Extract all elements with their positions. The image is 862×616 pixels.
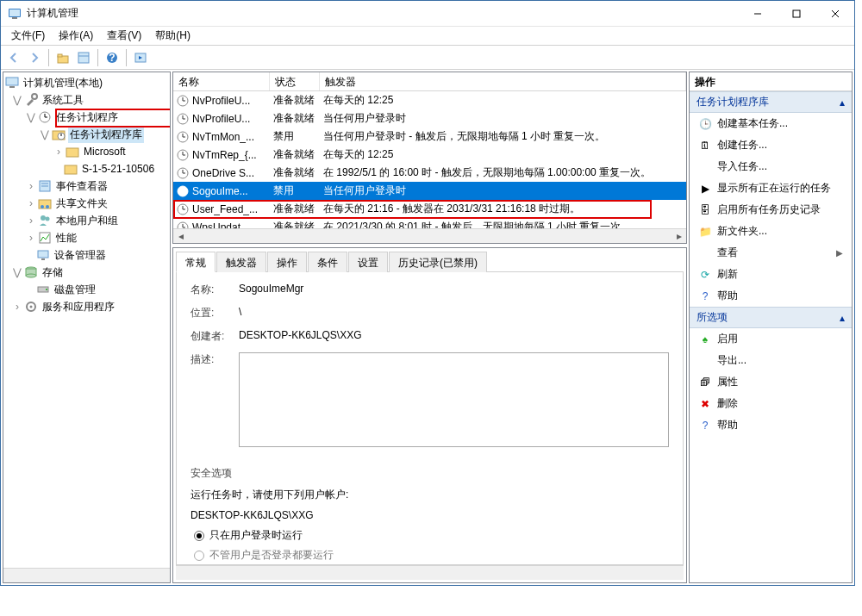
tree-h-scrollbar[interactable] bbox=[3, 568, 170, 582]
expander-closed-icon[interactable]: › bbox=[12, 302, 22, 312]
delete-icon: ✖ bbox=[698, 397, 712, 411]
maximize-button[interactable] bbox=[777, 1, 815, 27]
tree-performance[interactable]: › 性能 bbox=[3, 229, 170, 246]
menu-view[interactable]: 查看(V) bbox=[100, 27, 148, 45]
actions-group-tasklib[interactable]: 任务计划程序库 ▴ bbox=[690, 91, 852, 113]
action-show-running[interactable]: ▶显示所有正在运行的任务 bbox=[690, 177, 852, 199]
tree-shared-folders[interactable]: › 共享文件夹 bbox=[3, 195, 170, 212]
menu-file[interactable]: 文件(F) bbox=[4, 27, 52, 45]
up-button[interactable] bbox=[53, 48, 72, 67]
back-button[interactable] bbox=[4, 48, 23, 67]
run-toolbar-button[interactable] bbox=[131, 48, 150, 67]
tree-local-users[interactable]: › 本地用户和组 bbox=[3, 212, 170, 229]
radio-logged-on[interactable]: 只在用户登录时运行 bbox=[194, 528, 669, 543]
expander-open-icon[interactable]: ⋁ bbox=[26, 112, 36, 122]
tree-label: 存储 bbox=[41, 264, 65, 281]
svg-rect-35 bbox=[38, 251, 48, 258]
menu-help[interactable]: 帮助(H) bbox=[148, 27, 197, 45]
cell-name: NvTmRep_{... bbox=[192, 149, 257, 161]
action-label: 新文件夹... bbox=[717, 224, 767, 239]
close-button[interactable] bbox=[815, 1, 854, 27]
col-header-state[interactable]: 状态 bbox=[270, 72, 320, 90]
action-properties[interactable]: 🗊属性 bbox=[690, 371, 852, 393]
expander-closed-icon[interactable]: › bbox=[26, 198, 36, 208]
tree-system-tools[interactable]: ⋁ 系统工具 bbox=[3, 91, 170, 109]
tab-history[interactable]: 历史记录(已禁用) bbox=[389, 252, 487, 272]
action-new-folder[interactable]: 📁新文件夹... bbox=[690, 221, 852, 242]
creator-value: DESKTOP-KK6JLQS\XXG bbox=[239, 329, 362, 341]
tab-actions[interactable]: 操作 bbox=[267, 252, 307, 272]
tab-conditions[interactable]: 条件 bbox=[308, 252, 347, 272]
col-header-name[interactable]: 名称 bbox=[173, 72, 270, 90]
tree-services-apps[interactable]: › 服务和应用程序 bbox=[3, 298, 170, 315]
actions-group-selected[interactable]: 所选项 ▴ bbox=[690, 307, 852, 328]
table-row[interactable]: User_Feed_...准备就绪在每天的 21:16 - 触发器在 2031/… bbox=[173, 200, 686, 218]
cell-state: 准备就绪 bbox=[270, 93, 320, 108]
tree-storage[interactable]: ⋁ 存储 bbox=[3, 264, 170, 281]
svg-point-43 bbox=[30, 306, 33, 308]
tree-event-viewer[interactable]: › 事件查看器 bbox=[3, 177, 170, 195]
col-header-trigger[interactable]: 触发器 bbox=[320, 72, 686, 90]
tab-settings[interactable]: 设置 bbox=[348, 252, 388, 272]
action-enable[interactable]: ♠启用 bbox=[690, 328, 852, 350]
collapse-icon[interactable]: ▴ bbox=[840, 312, 845, 324]
cell-name: OneDrive S... bbox=[192, 167, 254, 179]
expander-open-icon[interactable]: ⋁ bbox=[40, 129, 50, 140]
expander-open-icon[interactable]: ⋁ bbox=[12, 95, 22, 105]
description-box[interactable] bbox=[239, 352, 669, 447]
collapse-icon[interactable]: ▴ bbox=[840, 96, 845, 109]
action-export[interactable]: 导出... bbox=[690, 350, 852, 371]
tab-general[interactable]: 常规 bbox=[176, 252, 216, 272]
tree-device-manager[interactable]: 设备管理器 bbox=[3, 246, 170, 264]
radio-logged-off[interactable]: 不管用户是否登录都要运行 bbox=[194, 548, 669, 563]
minimize-button[interactable] bbox=[738, 1, 777, 27]
forward-button[interactable] bbox=[25, 48, 44, 67]
expander-closed-icon[interactable]: › bbox=[53, 146, 64, 157]
table-row[interactable]: NvTmMon_...禁用当任何用户登录时 - 触发后，无限期地每隔 1 小时 … bbox=[173, 128, 686, 146]
details-h-scrollbar[interactable] bbox=[176, 565, 684, 580]
table-row[interactable]: OneDrive S...准备就绪在 1992/5/1 的 16:00 时 - … bbox=[173, 164, 686, 182]
action-delete[interactable]: ✖删除 bbox=[690, 393, 852, 414]
tools-icon bbox=[24, 93, 38, 107]
tree-root[interactable]: 计算机管理(本地) bbox=[3, 74, 170, 91]
table-row[interactable]: SogouIme...禁用当任何用户登录时 bbox=[173, 182, 686, 200]
tab-body: 名称: SogouImeMgr 位置: \ 创建者: DESKTOP-KK6JL… bbox=[176, 271, 684, 565]
tab-triggers[interactable]: 触发器 bbox=[216, 252, 266, 272]
action-enable-history[interactable]: 🗄启用所有任务历史记录 bbox=[690, 199, 852, 221]
action-create-task[interactable]: 🗓创建任务... bbox=[690, 134, 852, 156]
help-toolbar-button[interactable]: ? bbox=[103, 48, 122, 67]
tree-label: 服务和应用程序 bbox=[41, 299, 116, 315]
tree-label: S-1-5-21-10506 bbox=[80, 162, 156, 176]
properties-toolbar-button[interactable] bbox=[74, 48, 93, 67]
tree-sid-folder[interactable]: S-1-5-21-10506 bbox=[3, 160, 170, 177]
scroll-right-button[interactable]: ▸ bbox=[671, 229, 686, 243]
action-label: 显示所有正在运行的任务 bbox=[717, 181, 831, 196]
action-help-2[interactable]: ?帮助 bbox=[690, 414, 852, 436]
table-row[interactable]: NvTmRep_{...准备就绪在每天的 12:25 bbox=[173, 146, 686, 164]
menu-action[interactable]: 操作(A) bbox=[52, 27, 100, 45]
table-row[interactable]: WpsUpdat...准备就绪在 2021/3/30 的 8:01 时 - 触发… bbox=[173, 218, 686, 228]
table-row[interactable]: NvProfileU...准备就绪在每天的 12:25 bbox=[173, 91, 686, 109]
table-row[interactable]: NvProfileU...准备就绪当任何用户登录时 bbox=[173, 109, 686, 128]
actions-group-label: 任务计划程序库 bbox=[696, 95, 769, 109]
computer-icon bbox=[5, 76, 19, 90]
tree-task-scheduler[interactable]: ⋁ 任务计划程序 bbox=[3, 109, 170, 126]
tree-disk-management[interactable]: 磁盘管理 bbox=[3, 281, 170, 298]
tree-task-scheduler-library[interactable]: ⋁ 任务计划程序库 bbox=[3, 126, 170, 143]
tree-microsoft[interactable]: › Microsoft bbox=[3, 143, 170, 160]
expander-closed-icon[interactable]: › bbox=[26, 233, 36, 243]
task-list[interactable]: 名称 状态 触发器 NvProfileU...准备就绪在每天的 12:25NvP… bbox=[172, 72, 687, 244]
nav-tree[interactable]: 计算机管理(本地) ⋁ 系统工具 ⋁ 任务计划程序 ⋁ 任务计划程序库 › Mi… bbox=[3, 72, 171, 583]
list-h-scrollbar[interactable]: ◂ ▸ bbox=[173, 228, 686, 243]
action-import-task[interactable]: 导入任务... bbox=[690, 156, 852, 177]
action-view[interactable]: 查看▶ bbox=[690, 242, 852, 264]
scroll-left-button[interactable]: ◂ bbox=[173, 229, 188, 243]
expander-closed-icon[interactable]: › bbox=[26, 181, 36, 191]
tree-label: Microsoft bbox=[82, 145, 128, 159]
expander-closed-icon[interactable]: › bbox=[26, 215, 36, 226]
expander-open-icon[interactable]: ⋁ bbox=[12, 267, 22, 277]
action-create-basic[interactable]: 🕒创建基本任务... bbox=[690, 113, 852, 134]
scroll-track[interactable] bbox=[188, 229, 671, 243]
action-help[interactable]: ?帮助 bbox=[690, 285, 852, 307]
action-refresh[interactable]: ⟳刷新 bbox=[690, 264, 852, 285]
